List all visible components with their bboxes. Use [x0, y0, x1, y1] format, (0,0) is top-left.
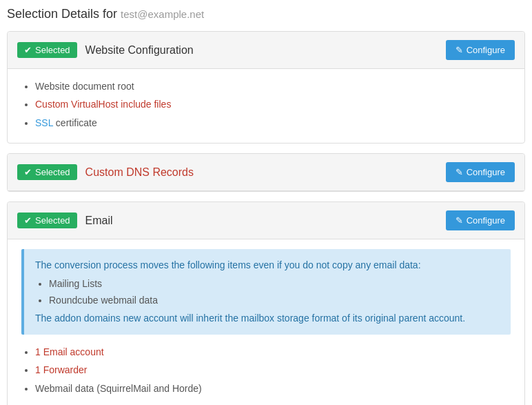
webmail-text: Webmail data (SquirrelMail and Horde) [35, 383, 202, 394]
selected-badge-dns: ✔ Selected [17, 164, 77, 180]
custom-virtualhost-link[interactable]: Custom VirtualHost include files [35, 99, 171, 110]
selected-badge-website: ✔ Selected [17, 42, 77, 58]
pencil-icon-email: ✎ [456, 215, 463, 226]
list-item: Custom VirtualHost include files [35, 97, 511, 112]
website-config-header-left: ✔ Selected Website Configuration [17, 42, 194, 58]
custom-dns-header: ✔ Selected Custom DNS Records ✎ Configur… [8, 154, 524, 191]
check-icon-email: ✔ [24, 215, 32, 226]
header-label: Selection Details for [7, 7, 117, 21]
email-header-left: ✔ Selected Email [17, 213, 113, 228]
email-items-list: 1 Email account 1 Forwarder Webmail data… [21, 344, 511, 396]
website-config-body: Website document root Custom VirtualHost… [8, 69, 524, 143]
website-config-list: Website document root Custom VirtualHost… [21, 79, 511, 130]
check-icon-dns: ✔ [24, 167, 32, 177]
list-item: Webmail data (SquirrelMail and Horde) [35, 381, 511, 396]
selected-label-website: Selected [35, 45, 70, 55]
page-header: Selection Details for test@example.net [7, 7, 525, 21]
email-card: ✔ Selected Email ✎ Configure The convers… [7, 201, 525, 405]
configure-button-email[interactable]: ✎ Configure [446, 210, 515, 230]
email-title: Email [85, 215, 113, 227]
website-config-header: ✔ Selected Website Configuration ✎ Confi… [8, 32, 524, 69]
email-info-box: The conversion process moves the followi… [21, 249, 511, 335]
list-item: Roundcube webmail data [49, 293, 500, 308]
custom-dns-header-left: ✔ Selected Custom DNS Records [17, 164, 194, 180]
email-account-link[interactable]: 1 Email account [35, 346, 104, 357]
website-config-title: Website Configuration [85, 44, 194, 57]
pencil-icon-dns: ✎ [456, 167, 463, 177]
header-domain: test@example.net [121, 8, 204, 20]
selected-label-email: Selected [35, 215, 70, 226]
list-item: SSL certificate [35, 115, 511, 130]
pencil-icon-website: ✎ [456, 45, 463, 55]
info-text-2: The addon domains new account will inher… [35, 310, 500, 326]
list-item: Mailing Lists [49, 276, 500, 291]
list-item: 1 Forwarder [35, 362, 511, 377]
selected-badge-email: ✔ Selected [17, 213, 77, 228]
forwarder-link[interactable]: 1 Forwarder [35, 364, 87, 375]
email-header: ✔ Selected Email ✎ Configure [8, 202, 524, 239]
configure-label-website: Configure [467, 45, 505, 55]
item-text: Website document root [35, 81, 134, 92]
list-item: Website document root [35, 79, 511, 94]
info-text-1: The conversion process moves the followi… [35, 257, 500, 273]
configure-button-website[interactable]: ✎ Configure [446, 40, 515, 60]
custom-dns-title: Custom DNS Records [85, 166, 194, 179]
configure-button-dns[interactable]: ✎ Configure [446, 162, 515, 182]
website-config-card: ✔ Selected Website Configuration ✎ Confi… [7, 31, 525, 144]
ssl-link[interactable]: SSL [35, 117, 53, 128]
selected-label-dns: Selected [35, 167, 70, 177]
list-item: 1 Email account [35, 344, 511, 359]
configure-label-dns: Configure [467, 167, 505, 177]
email-card-body: The conversion process moves the followi… [8, 239, 524, 405]
custom-dns-card: ✔ Selected Custom DNS Records ✎ Configur… [7, 153, 525, 192]
info-bullet-list: Mailing Lists Roundcube webmail data [35, 276, 500, 308]
check-icon-website: ✔ [24, 45, 32, 55]
certificate-text: certificate [56, 117, 97, 128]
configure-label-email: Configure [467, 215, 505, 226]
